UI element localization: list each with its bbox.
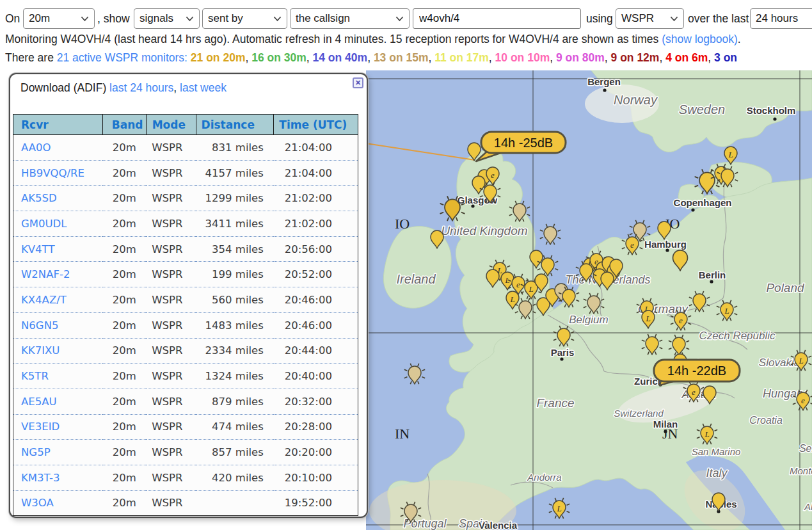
rcvr-link[interactable]: W3OA xyxy=(21,497,54,509)
city-dot xyxy=(471,204,474,207)
band-cell: 20m xyxy=(102,287,146,313)
country-label: Ireland xyxy=(396,272,436,286)
download-week-link[interactable]: last week xyxy=(180,81,227,94)
signal-tooltip: 14h -22dB xyxy=(654,360,740,385)
mode-cell: WSPR xyxy=(146,465,196,490)
rcvr-link[interactable]: KX4AZ/T xyxy=(21,294,67,306)
rcvr-link[interactable]: W2NAF-2 xyxy=(21,268,70,280)
tooltip-text: 14h -25dB xyxy=(494,136,553,150)
table-row: GM0UDL20mWSPR3411 miles21:02:00 xyxy=(13,211,358,237)
callsign-mode-select[interactable]: the callsign xyxy=(290,8,410,29)
chevron-down-icon xyxy=(186,16,194,22)
chevron-down-icon xyxy=(273,16,282,22)
city-label: Berlin xyxy=(699,269,726,280)
band-cell: 20m xyxy=(102,490,146,516)
rcvr-link[interactable]: KV4TT xyxy=(21,243,54,255)
band-select[interactable]: 20m xyxy=(23,8,95,29)
download-adif-label: Download (ADIF) xyxy=(20,81,109,94)
country-label: Norway xyxy=(614,93,658,107)
signals-select[interactable]: signals xyxy=(134,8,200,29)
band-count: 3 on xyxy=(714,51,737,64)
table-row: KM3T-320mWSPR420 miles20:10:00 xyxy=(13,465,358,490)
rcvr-link[interactable]: KK7IXU xyxy=(21,344,60,357)
mode-select-value: WSPR xyxy=(621,12,654,25)
pin-letter: L xyxy=(528,284,533,294)
city-label: Milan xyxy=(653,419,678,430)
city-label: Bergen xyxy=(587,76,621,87)
country-label: Sweden xyxy=(679,102,725,116)
distance-cell: 3411 miles xyxy=(196,211,274,237)
column-header: Distance xyxy=(196,115,274,135)
active-monitors-link[interactable]: 21 active WSPR monitors xyxy=(57,51,184,64)
close-icon[interactable]: ✕ xyxy=(353,77,363,88)
rcvr-link[interactable]: N6GN5 xyxy=(21,319,58,332)
time-cell: 20:20:00 xyxy=(274,440,358,465)
sentby-select[interactable]: sent by xyxy=(202,8,287,29)
country-label: Italy xyxy=(706,467,728,479)
show-logbook-link[interactable]: (show logbook) xyxy=(662,33,738,45)
distance-cell xyxy=(196,490,274,516)
mode-cell: WSPR xyxy=(146,160,196,186)
mode-cell: WSPR xyxy=(146,490,196,516)
distance-cell: 474 miles xyxy=(196,414,274,440)
distance-cell: 1483 miles xyxy=(196,312,274,338)
pin-letter: e xyxy=(679,316,683,325)
mode-select[interactable]: WSPR xyxy=(616,8,684,29)
rcvr-link[interactable]: HB9VQQ/RE xyxy=(21,167,84,179)
status-trailing: . xyxy=(738,33,741,45)
europe-map[interactable]: IOJOINJNNorwaySwedenUnited KingdomIrelan… xyxy=(366,70,812,530)
rcvr-link[interactable]: KM3T-3 xyxy=(21,472,60,484)
mode-cell: WSPR xyxy=(146,186,196,211)
rcvr-link[interactable]: K5TR xyxy=(21,370,49,382)
band-cell: 20m xyxy=(102,312,146,338)
pin-letter: e xyxy=(801,396,805,405)
distance-cell: 560 miles xyxy=(196,287,274,313)
country-label: Belgium xyxy=(569,314,608,326)
city-dot xyxy=(773,117,776,120)
band-cell: 20m xyxy=(102,364,146,389)
period-select[interactable]: 24 hours xyxy=(750,8,812,29)
country-label: Albania xyxy=(804,501,812,512)
mode-cell: WSPR xyxy=(146,211,196,237)
time-cell: 19:52:00 xyxy=(274,490,358,516)
distance-cell: 420 miles xyxy=(196,465,274,490)
rcvr-link[interactable]: NG5P xyxy=(21,446,51,458)
band-count: 10 on 10m xyxy=(495,51,550,64)
pin-letter: e xyxy=(692,387,696,397)
mode-cell: WSPR xyxy=(146,312,196,338)
band-count: 13 on 15m xyxy=(374,51,429,64)
callsign-input[interactable] xyxy=(413,8,581,29)
country-label: Switzerland xyxy=(614,408,664,419)
city-dot xyxy=(665,248,669,252)
column-header: Mode xyxy=(146,115,196,135)
rcvr-link[interactable]: AE5AU xyxy=(21,396,57,408)
pin-letter: e xyxy=(516,280,520,289)
table-row: AE5AU20mWSPR879 miles20:32:00 xyxy=(13,389,358,414)
distance-cell: 199 miles xyxy=(196,262,274,287)
time-cell: 20:10:00 xyxy=(274,465,358,490)
mode-cell: WSPR xyxy=(146,135,196,161)
table-row: W2NAF-220mWSPR199 miles20:52:00 xyxy=(13,262,358,287)
band-cell: 20m xyxy=(102,440,146,465)
rcvr-link[interactable]: AA0O xyxy=(21,141,51,154)
mode-cell: WSPR xyxy=(146,414,196,440)
pin-letter: L xyxy=(798,356,803,365)
band-count: 14 on 40m xyxy=(313,51,368,64)
download-24h-link[interactable]: last 24 hours xyxy=(109,81,173,94)
country-label: Serbia xyxy=(799,443,812,454)
time-cell: 20:44:00 xyxy=(274,338,358,364)
rcvr-link[interactable]: VE3EID xyxy=(21,421,60,433)
band-select-value: 20m xyxy=(29,12,50,25)
rcvr-link[interactable]: GM0UDL xyxy=(21,218,67,230)
city-label: Hamburg xyxy=(644,239,687,250)
country-label: Czech Republic xyxy=(699,330,776,342)
band-count: 9 on 80m xyxy=(556,51,605,64)
table-row: KV4TT20mWSPR354 miles20:56:00 xyxy=(13,236,358,262)
country-label: San Marino xyxy=(692,446,741,457)
city-label: Valencia xyxy=(479,520,518,530)
period-select-value: 24 hours xyxy=(756,12,798,25)
band-cell: 20m xyxy=(102,160,146,186)
rcvr-link[interactable]: AK5SD xyxy=(21,192,57,204)
band-cell: 20m xyxy=(102,414,146,440)
band-cell: 20m xyxy=(102,236,146,262)
